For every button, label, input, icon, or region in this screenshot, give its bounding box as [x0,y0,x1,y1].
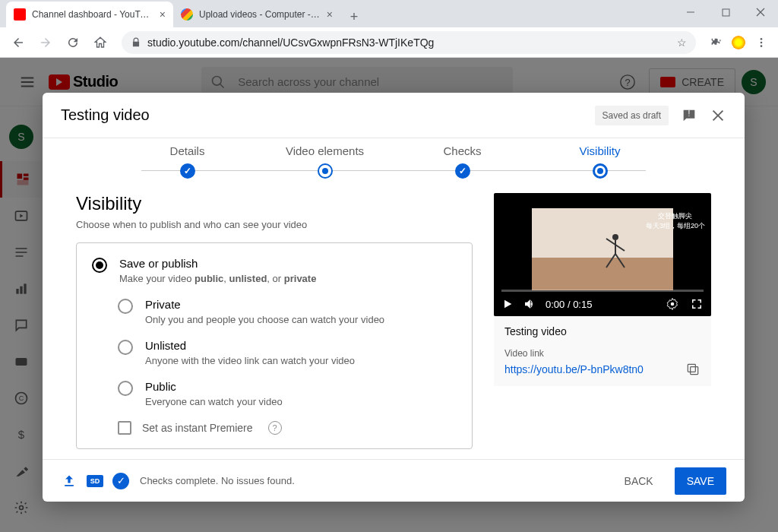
tab-close-icon[interactable]: × [327,8,333,21]
help-tooltip-icon[interactable]: ? [268,421,282,435]
save-publish-desc: Make your video public, unlisted, or pri… [119,273,316,284]
upload-dialog: Testing video Saved as draft ! Details V… [43,93,745,502]
address-bar: studio.youtube.com/channel/UCsvGxwpnFRsN… [0,27,778,58]
url-text: studio.youtube.com/channel/UCsvGxwpnFRsN… [147,36,434,49]
check-icon [180,163,195,179]
radio-public[interactable]: Public Everyone can watch your video [118,380,457,418]
omnibox[interactable]: studio.youtube.com/channel/UCsvGxwpnFRsN… [122,31,696,54]
step-elements[interactable]: Video elements [256,144,394,179]
svg-line-32 [606,254,615,268]
svg-line-33 [615,254,625,268]
checks-status: Checks complete. No issues found. [140,475,295,486]
step-checks[interactable]: Checks [394,144,531,179]
save-button[interactable]: SAVE [675,467,726,495]
svg-point-28 [612,234,618,240]
video-link-label: Video link [504,348,701,359]
svg-rect-36 [688,364,695,372]
window-close-button[interactable] [743,0,778,24]
video-player[interactable]: 交替触脚尖每天3组，每组20个 0:00 / 0:15 [494,193,711,316]
svg-line-31 [615,245,625,251]
radio-save-or-publish[interactable]: Save or publish Make your video public, … [92,257,457,295]
save-or-publish-box: Save or publish Make your video public, … [76,242,473,449]
radio-icon [118,340,133,355]
home-button[interactable] [88,30,112,55]
section-subtitle: Choose when to publish and who can see y… [76,219,473,230]
upload-status-icon [61,473,77,489]
stepper: Details Video elements Checks Visibility [43,138,745,184]
browser-tab-active[interactable]: Channel dashboard - YouTube St × [6,2,173,27]
video-overlay-text: 交替触脚尖每天3组，每组20个 [646,211,705,230]
tab-title: Channel dashboard - YouTube St [32,9,153,20]
star-icon[interactable]: ☆ [677,36,687,49]
tab-strip: Channel dashboard - YouTube St × Upload … [0,0,778,27]
check-icon [455,163,470,179]
radio-icon [118,381,133,396]
youtube-favicon [14,8,26,21]
preview-video-title: Testing video [504,325,701,337]
volume-icon[interactable] [523,297,536,311]
extensions-icon[interactable] [705,32,726,53]
maximize-button[interactable] [708,0,743,24]
play-icon[interactable] [501,298,514,310]
checkbox-icon [118,421,131,435]
lock-icon [131,37,141,48]
radio-icon [118,299,133,314]
video-link[interactable]: https://youtu.be/P-bnPkw8tn0 [504,363,644,375]
dialog-footer: SD ✓ Checks complete. No issues found. B… [43,459,745,502]
step-dot-current-icon [593,163,608,179]
checks-done-icon: ✓ [112,473,129,489]
svg-point-34 [671,302,675,306]
preview-panel: 交替触脚尖每天3组，每组20个 0:00 / 0:15 Testing vide… [494,193,711,459]
svg-point-4 [761,38,763,40]
feedback-icon[interactable]: ! [681,107,697,124]
settings-icon[interactable] [666,297,679,311]
svg-rect-35 [691,367,698,375]
browser-tab-inactive[interactable]: Upload videos - Computer - You × [173,2,340,27]
radio-icon [92,258,107,273]
minimize-button[interactable] [673,0,708,24]
new-tab-button[interactable]: + [343,6,365,27]
step-dot-icon [318,163,333,179]
checkbox-premiere[interactable]: Set as instant Premiere ? [118,421,457,435]
svg-point-5 [761,42,763,44]
dialog-header: Testing video Saved as draft ! [43,93,745,138]
browser-chrome: Channel dashboard - YouTube St × Upload … [0,0,778,58]
section-heading: Visibility [76,193,473,214]
tab-close-icon[interactable]: × [160,8,166,21]
radio-private[interactable]: Private Only you and people you choose c… [118,298,457,336]
visibility-panel: Visibility Choose when to publish and wh… [76,193,473,459]
back-button[interactable] [6,30,30,55]
svg-rect-1 [723,9,729,16]
svg-point-6 [761,45,763,47]
extension-icon[interactable] [728,32,749,53]
sd-badge-icon: SD [87,475,103,487]
close-icon[interactable] [710,107,726,124]
google-favicon [181,8,193,21]
forward-button[interactable] [33,30,58,55]
back-button[interactable]: BACK [612,467,666,495]
fullscreen-icon[interactable] [690,297,704,311]
step-details[interactable]: Details [119,144,256,179]
radio-unlisted[interactable]: Unlisted Anyone with the video link can … [118,339,457,377]
reload-button[interactable] [61,30,85,55]
copy-icon[interactable] [685,362,701,377]
step-visibility[interactable]: Visibility [531,144,669,179]
saved-draft-badge: Saved as draft [595,106,669,125]
tab-title: Upload videos - Computer - You [199,9,321,20]
video-time: 0:00 / 0:15 [546,299,592,310]
browser-menu-icon[interactable] [751,32,772,53]
svg-text:!: ! [688,109,691,117]
dialog-title: Testing video [61,106,150,124]
